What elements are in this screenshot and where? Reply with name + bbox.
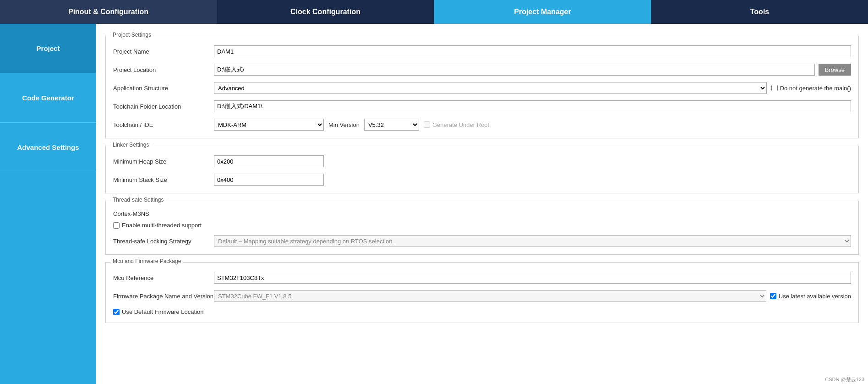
sidebar-item-advanced-settings[interactable]: Advanced Settings [0,123,96,172]
enable-multithreaded-label[interactable]: Enable multi-threaded support [113,222,202,229]
toolchain-ide-label: Toolchain / IDE [113,121,214,128]
bottom-bar: CSDN @楚云123 [821,375,868,384]
toolchain-folder-label: Toolchain Folder Location [113,103,214,110]
linker-settings-section: Linker Settings Minimum Heap Size Minimu… [105,146,859,193]
mcu-reference-input[interactable] [214,272,851,284]
application-structure-row: Application Structure Advanced Basic Do … [113,82,851,94]
use-latest-version-checkbox[interactable] [770,293,776,299]
min-heap-size-label: Minimum Heap Size [113,158,214,165]
project-name-row: Project Name [113,45,851,57]
top-navigation: Pinout & Configuration Clock Configurati… [0,0,868,24]
locking-strategy-row: Thread-safe Locking Strategy Default – M… [113,235,851,247]
linker-settings-title: Linker Settings [110,142,151,148]
project-settings-title: Project Settings [110,32,153,38]
mcu-reference-row: Mcu Reference [113,272,851,284]
project-name-label: Project Name [113,48,214,55]
toolchain-folder-input[interactable] [214,100,851,112]
firmware-package-select[interactable]: STM32Cube FW_F1 V1.8.5 [214,290,766,302]
content-area: Project Settings Project Name Project Lo… [96,24,868,384]
use-default-firmware-row: Use Default Firmware Location [113,308,851,315]
mcu-reference-label: Mcu Reference [113,274,214,281]
min-stack-size-label: Minimum Stack Size [113,176,214,183]
min-version-select[interactable]: V5.32 V5.27 V5.20 [364,119,419,131]
project-location-input[interactable] [214,64,815,76]
thread-safe-settings-section: Thread-safe Settings Cortex-M3NS Enable … [105,201,859,255]
project-location-label: Project Location [113,66,214,73]
do-not-generate-main-checkbox-label[interactable]: Do not generate the main() [771,85,851,92]
use-latest-version-label[interactable]: Use latest available version [770,293,851,300]
application-structure-label: Application Structure [113,85,214,92]
enable-multithreaded-checkbox[interactable] [113,222,120,229]
project-settings-section: Project Settings Project Name Project Lo… [105,36,859,138]
generate-under-root-checkbox[interactable] [424,121,430,128]
toolchain-ide-select[interactable]: MDK-ARM IAR GCC [214,119,324,131]
locking-strategy-label: Thread-safe Locking Strategy [113,238,214,245]
toolchain-folder-row: Toolchain Folder Location [113,100,851,112]
use-default-firmware-checkbox[interactable] [113,309,120,315]
browse-button[interactable]: Browse [819,64,851,76]
application-structure-select[interactable]: Advanced Basic [214,82,767,94]
locking-strategy-select[interactable]: Default – Mapping suitable strategy depe… [214,235,851,247]
sidebar: Project Code Generator Advanced Settings [0,24,96,384]
min-version-label: Min Version [328,121,360,128]
toolchain-ide-row: Toolchain / IDE MDK-ARM IAR GCC Min Vers… [113,119,851,131]
min-heap-size-input[interactable] [214,155,324,167]
cortex-label: Cortex-M3NS [113,210,851,217]
min-stack-size-input[interactable] [214,174,324,186]
do-not-generate-main-checkbox[interactable] [771,85,778,91]
firmware-package-label: Firmware Package Name and Version [113,293,214,300]
use-default-firmware-label[interactable]: Use Default Firmware Location [113,308,203,315]
sidebar-item-project[interactable]: Project [0,24,96,73]
generate-under-root-label[interactable]: Generate Under Root [424,121,489,128]
project-location-row: Project Location Browse [113,64,851,76]
sidebar-item-code-generator[interactable]: Code Generator [0,73,96,123]
tab-pinout[interactable]: Pinout & Configuration [0,0,217,24]
tab-tools[interactable]: Tools [651,0,868,24]
firmware-package-row: Firmware Package Name and Version STM32C… [113,290,851,302]
tab-clock[interactable]: Clock Configuration [217,0,434,24]
project-name-input[interactable] [214,45,851,57]
thread-safe-settings-title: Thread-safe Settings [110,197,166,203]
mcu-firmware-section: Mcu and Firmware Package Mcu Reference F… [105,262,859,323]
main-layout: Project Code Generator Advanced Settings… [0,24,868,384]
tab-project-manager[interactable]: Project Manager [434,0,651,24]
min-heap-size-row: Minimum Heap Size [113,155,851,167]
min-stack-size-row: Minimum Stack Size [113,174,851,186]
mcu-firmware-title: Mcu and Firmware Package [110,258,183,264]
enable-multithreaded-row: Enable multi-threaded support [113,222,851,229]
